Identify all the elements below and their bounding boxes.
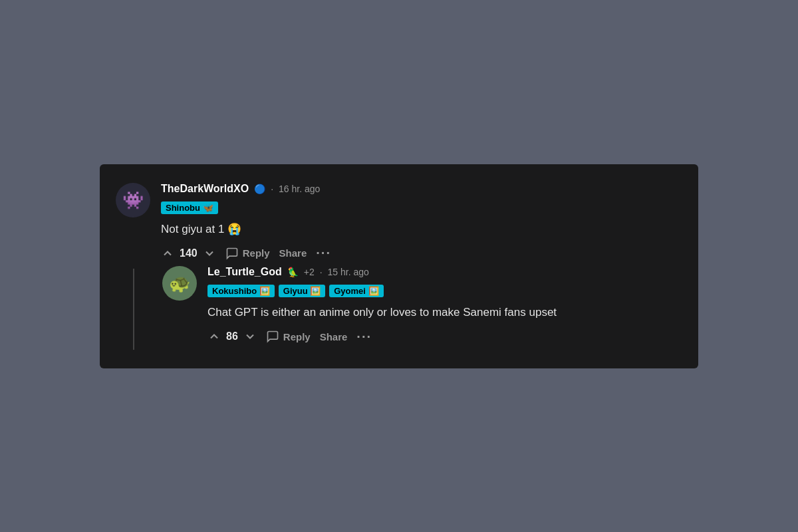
timestamp-2: 15 hr. ago	[328, 267, 369, 277]
flair-kokushibo: Kokushibo 🖼️	[207, 285, 275, 297]
more-button-1[interactable]: ···	[316, 245, 331, 261]
nested-wrapper-2: 🐢 Le_Turtle_God 🦜 +2 · 15 hr. ago Kokush…	[116, 266, 682, 350]
username-2: Le_Turtle_God	[207, 266, 282, 278]
plus-badge-2: +2	[304, 267, 315, 277]
comment-2-actions: 86 Reply Share ···	[207, 329, 682, 344]
flair-row-1: Shinobu 🦋	[161, 201, 682, 214]
share-button-2[interactable]: Share	[320, 331, 348, 342]
thread-line	[133, 269, 134, 350]
verified-icon-1: 🔵	[254, 184, 265, 194]
downvote-button-1[interactable]	[203, 247, 216, 260]
username-1: TheDarkWorldXO	[161, 183, 249, 195]
avatar-leturtlegod: 🐢	[162, 266, 197, 301]
comment-1-text: Not giyu at 1 😭	[161, 221, 682, 238]
comment-2-body: Le_Turtle_God 🦜 +2 · 15 hr. ago Kokushib…	[207, 266, 682, 344]
flair-giyuu: Giyuu 🖼️	[279, 285, 325, 297]
timestamp-1: 16 hr. ago	[279, 184, 320, 194]
flair-emoji-2: 🦜	[287, 267, 299, 277]
comment-2-wrapper: 🐢 Le_Turtle_God 🦜 +2 · 15 hr. ago Kokush…	[152, 266, 682, 350]
vote-count-2: 86	[226, 331, 238, 342]
vote-section-2: 86	[207, 330, 257, 343]
comment-2-text: Chat GPT is either an anime only or love…	[207, 304, 682, 321]
flair-shinobu: Shinobu 🦋	[161, 201, 218, 214]
share-button-1[interactable]: Share	[279, 247, 307, 259]
vote-section-1: 140	[161, 247, 216, 260]
upvote-button-2[interactable]	[207, 330, 221, 343]
comments-section: 👾 TheDarkWorldXO 🔵 · 16 hr. ago Shinobu …	[100, 164, 698, 368]
reply-button-2[interactable]: Reply	[266, 330, 311, 343]
comment-2-header: Le_Turtle_God 🦜 +2 · 15 hr. ago	[207, 266, 682, 278]
flair-gyomei: Gyomei 🖼️	[329, 285, 383, 297]
vote-count-1: 140	[180, 247, 198, 259]
flair-row-2: Kokushibo 🖼️ Giyuu 🖼️ Gyomei 🖼️	[207, 285, 682, 297]
nested-left-2	[116, 266, 152, 350]
upvote-button-1[interactable]	[161, 247, 174, 260]
avatar-thedarkworldxo: 👾	[116, 183, 150, 217]
comment-1-header: TheDarkWorldXO 🔵 · 16 hr. ago	[161, 183, 682, 195]
comment-1: 👾 TheDarkWorldXO 🔵 · 16 hr. ago Shinobu …	[116, 183, 682, 261]
comment-2: 🐢 Le_Turtle_God 🦜 +2 · 15 hr. ago Kokush…	[162, 266, 682, 344]
downvote-button-2[interactable]	[243, 330, 257, 343]
more-button-2[interactable]: ···	[356, 329, 372, 344]
comment-1-actions: 140 Reply Share ···	[161, 245, 682, 261]
reply-button-1[interactable]: Reply	[225, 247, 270, 260]
comment-1-body: TheDarkWorldXO 🔵 · 16 hr. ago Shinobu 🦋 …	[161, 183, 682, 261]
